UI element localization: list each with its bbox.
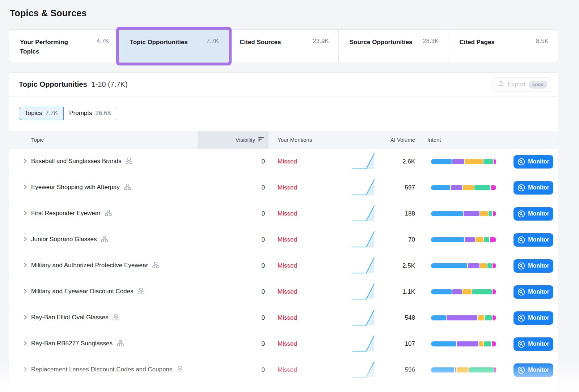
topic-link[interactable]: Baseball and Sunglasses Brands	[31, 157, 198, 167]
trend-sparkline	[345, 230, 372, 250]
tab-your-performing-topics[interactable]: Your Performing Topics 4.7K	[9, 30, 119, 63]
intent-segment-yellow	[463, 185, 473, 190]
column-header-your-mentions[interactable]: Your Mentions	[269, 137, 345, 143]
topic-link[interactable]: Eyewear Shopping with Afterpay	[31, 183, 198, 193]
tab-cited-pages[interactable]: Cited Pages 8.5K	[448, 30, 558, 63]
expand-row-button[interactable]	[19, 367, 31, 374]
intent-segment-green	[484, 341, 491, 346]
topic-hierarchy-icon	[175, 367, 183, 374]
topic-link[interactable]: Junior Soprano Glasses	[31, 235, 198, 245]
intent-segment-green	[485, 315, 492, 320]
monitor-magnifier-icon	[517, 366, 525, 374]
expand-row-button[interactable]	[19, 263, 31, 269]
table-row: First Responder Eyewear 0 Missed 188 Mon…	[9, 201, 558, 227]
intent-segment-yellow	[480, 263, 486, 268]
intent-distribution-bar	[431, 315, 496, 320]
monitor-button[interactable]: Monitor	[514, 337, 553, 351]
topic-hierarchy-icon	[99, 237, 108, 244]
tab-topic-opportunities[interactable]: Topic Opportunities 7.7K	[119, 30, 229, 63]
table-row: Military and Authorized Protective Eyewe…	[9, 253, 558, 279]
intent-segment-blue	[431, 315, 446, 320]
column-header-ai-volume[interactable]: AI Volume	[372, 137, 415, 143]
tab-bar: Your Performing Topics 4.7K Topic Opport…	[9, 29, 558, 63]
table-body: Baseball and Sunglasses Brands 0 Missed …	[9, 149, 558, 383]
intent-distribution-bar	[431, 159, 496, 164]
ai-volume-value: 107	[372, 340, 415, 348]
monitor-button[interactable]: Monitor	[514, 363, 553, 377]
intent-segment-purple	[464, 211, 480, 216]
chevron-right-icon	[22, 367, 28, 374]
chevron-right-icon	[22, 315, 28, 321]
intent-cell	[415, 159, 506, 164]
table-row: Ray-Ban RB5277 Sunglasses 0 Missed 107 M…	[9, 331, 558, 357]
monitor-button[interactable]: Monitor	[514, 233, 553, 247]
visibility-value: 0	[198, 314, 269, 321]
topic-hierarchy-icon	[111, 315, 120, 322]
toggle-topics[interactable]: Topics 7.7K	[19, 107, 64, 120]
visibility-value: 0	[198, 184, 269, 191]
mentions-status: Missed	[269, 184, 345, 191]
intent-distribution-bar	[431, 341, 496, 346]
intent-segment-blue	[431, 289, 452, 294]
mentions-status: Missed	[269, 262, 345, 269]
panel-range: 1-10 (7.7K)	[92, 80, 128, 89]
toggle-prompts[interactable]: Prompts 26.6K	[64, 107, 117, 120]
table-row: Baseball and Sunglasses Brands 0 Missed …	[9, 149, 558, 175]
expand-row-button[interactable]	[19, 237, 31, 243]
topic-link[interactable]: Military and Authorized Protective Eyewe…	[31, 261, 198, 271]
monitor-button[interactable]: Monitor	[514, 285, 553, 299]
column-header-topic[interactable]: Topic	[31, 137, 198, 143]
intent-distribution-bar	[431, 367, 496, 372]
topics-prompts-toggle: Topics 7.7K Prompts 26.6K	[9, 97, 558, 131]
intent-segment-magenta	[490, 237, 496, 242]
trend-sparkline	[345, 256, 372, 276]
topic-link[interactable]: Replacement Lenses Discount Codes and Co…	[31, 365, 198, 375]
ai-volume-value: 596	[372, 366, 415, 374]
monitor-button[interactable]: Monitor	[514, 155, 553, 169]
intent-segment-green	[484, 237, 489, 242]
mentions-status: Missed	[269, 314, 345, 321]
expand-row-button[interactable]	[19, 315, 31, 321]
intent-segment-blue	[431, 367, 454, 372]
mentions-status: Missed	[269, 366, 345, 374]
ai-volume-value: 2.5K	[372, 262, 415, 269]
trend-sparkline	[345, 204, 372, 224]
intent-segment-yellow	[465, 159, 483, 164]
topic-link[interactable]: Military and Eyewear Discount Codes	[31, 287, 198, 297]
intent-segment-magenta	[493, 315, 496, 320]
monitor-button[interactable]: Monitor	[514, 259, 553, 273]
monitor-button[interactable]: Monitor	[514, 207, 553, 221]
topic-link[interactable]: Ray-Ban Elliot Oval Glasses	[31, 313, 198, 323]
sort-descending-icon	[258, 137, 264, 143]
topic-hierarchy-icon	[103, 211, 112, 218]
table-row: Replacement Lenses Discount Codes and Co…	[9, 357, 558, 383]
intent-cell	[415, 315, 506, 320]
chevron-right-icon	[22, 210, 28, 217]
column-header-intent[interactable]: Intent	[415, 137, 506, 143]
ai-volume-value: 188	[372, 210, 415, 217]
intent-segment-magenta	[494, 367, 496, 372]
expand-row-button[interactable]	[19, 341, 31, 348]
soon-badge: soon	[529, 81, 547, 89]
topic-link[interactable]: First Responder Eyewear	[31, 209, 198, 219]
intent-segment-yellow	[478, 315, 484, 320]
intent-cell	[415, 367, 506, 372]
topic-hierarchy-icon	[124, 159, 133, 166]
export-button[interactable]: Export soon	[493, 77, 552, 92]
monitor-button[interactable]: Monitor	[514, 181, 553, 195]
ai-volume-value: 548	[372, 314, 415, 321]
visibility-value: 0	[198, 158, 269, 165]
expand-row-button[interactable]	[19, 184, 31, 191]
expand-row-button[interactable]	[19, 158, 31, 165]
chevron-right-icon	[22, 263, 28, 269]
chevron-right-icon	[22, 289, 28, 295]
expand-row-button[interactable]	[19, 210, 31, 217]
expand-row-button[interactable]	[19, 289, 31, 295]
tab-source-opportunities[interactable]: Source Opportunities 28.3K	[339, 30, 449, 63]
monitor-button[interactable]: Monitor	[514, 311, 553, 325]
table-row: Eyewear Shopping with Afterpay 0 Missed …	[9, 175, 558, 201]
column-header-visibility[interactable]: Visibility	[198, 131, 269, 149]
topic-link[interactable]: Ray-Ban RB5277 Sunglasses	[31, 339, 198, 349]
tab-cited-sources[interactable]: Cited Sources 23.9K	[229, 30, 339, 63]
intent-segment-green	[472, 289, 491, 294]
